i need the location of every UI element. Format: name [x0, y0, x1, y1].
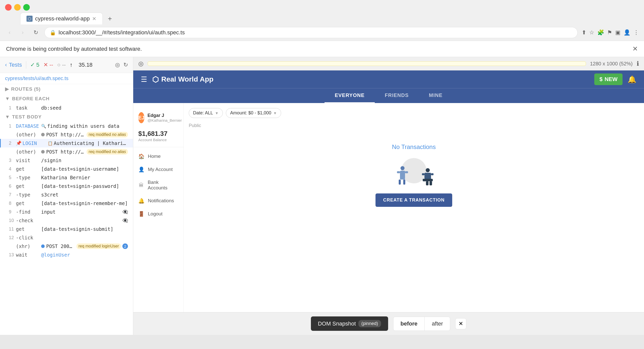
url-preview-bar — [148, 61, 586, 66]
maximize-traffic-light[interactable] — [23, 4, 30, 11]
date-filter-button[interactable]: Date: ALL ▼ — [189, 108, 223, 118]
tests-back-button[interactable]: ‹ Tests — [5, 62, 22, 68]
svg-rect-12 — [431, 173, 434, 175]
before-each-section: ▼ BEFORE EACH 1 task db:seed — [0, 94, 133, 112]
bookmark-icon[interactable]: ☆ — [589, 29, 594, 36]
xhr-count-badge: 2 — [122, 243, 128, 249]
after-button[interactable]: after — [424, 317, 450, 331]
check-icon: ✓ — [30, 62, 35, 68]
profile-icon[interactable]: 👤 — [624, 29, 630, 36]
back-button[interactable]: ‹ — [5, 28, 14, 37]
row-cmd: get — [16, 226, 41, 232]
row-cmd: -find — [16, 209, 41, 215]
test-row[interactable]: 7 -type s3cret — [0, 190, 133, 199]
eye-slash-icon-2: 👁‍🗨 — [122, 218, 128, 223]
test-row[interactable]: 4 get [data-test=signin-username] — [0, 165, 133, 173]
forward-button[interactable]: › — [18, 28, 27, 37]
address-input[interactable]: 🔒 localhost:3000/__/#/tests/integration/… — [44, 27, 578, 38]
bank-icon: 🏛 — [138, 182, 144, 188]
amount-filter-button[interactable]: Amount: $0 - $1,000 ▼ — [226, 108, 281, 118]
new-tab-button[interactable]: + — [104, 14, 116, 24]
menu-icon[interactable]: ⋮ — [633, 29, 639, 36]
info-icon[interactable]: ℹ — [637, 60, 639, 67]
row-num: 8 — [9, 201, 16, 206]
reload-button[interactable]: ↻ — [31, 28, 40, 37]
sidebar-user-details: Edgar J @Katharina_Bernier — [147, 113, 182, 122]
flag-icon[interactable]: ⚑ — [607, 29, 612, 36]
sidebar-notifications-label: Notifications — [148, 198, 174, 204]
snapshot-close-button[interactable]: ✕ — [455, 318, 466, 329]
rwa-sidebar: EJ Edgar J @Katharina_Bernier $1,681.37 … — [133, 103, 184, 312]
avatar: EJ — [138, 112, 144, 123]
row-detail: [data-test=signin-password] — [41, 183, 128, 189]
row-cmd: -check — [16, 218, 41, 223]
extension-icon[interactable]: 🧩 — [597, 29, 604, 36]
row-cmd: -type — [16, 192, 41, 197]
test-row[interactable]: 13 wait @loginUser — [0, 251, 133, 259]
row-detail: @loginUser — [41, 252, 128, 258]
app-wrapper: ‹ Tests ✓ 5 ✕ -- ○ -- ↑ 35.18 ◎ ↻ — [0, 57, 644, 335]
sidebar-item-home[interactable]: 🏠 Home — [133, 150, 183, 163]
minimize-traffic-light[interactable] — [14, 4, 21, 11]
svg-rect-7 — [424, 173, 431, 180]
sidebar-item-logout[interactable]: 🚪 Logout — [133, 207, 183, 220]
upload-icon[interactable]: ⬆ — [582, 29, 586, 36]
test-row[interactable]: 3 visit /signin — [0, 156, 133, 165]
tab-close-button[interactable]: ✕ — [92, 16, 96, 22]
close-traffic-light[interactable] — [5, 4, 12, 11]
dom-snapshot-button[interactable]: DOM Snapshot (pinned) — [311, 316, 388, 331]
test-row[interactable]: 12 -click — [0, 233, 133, 242]
test-row[interactable]: (xhr) POST 200 htt... req modified login… — [0, 242, 133, 251]
balance-label: Account Balance — [138, 138, 178, 142]
caret-right-icon: ▶ — [5, 86, 9, 92]
test-row[interactable]: 5 -type Katharina_Bernier — [0, 173, 133, 182]
sidebar-item-notifications[interactable]: 🔔 Notifications — [133, 194, 183, 207]
svg-rect-9 — [426, 181, 428, 185]
test-row[interactable]: 8 get [data-test=signin-remember-me] — [0, 199, 133, 208]
tab-friends-label: FRIENDS — [385, 92, 409, 98]
settings-icon[interactable]: ◎ — [115, 62, 120, 68]
test-row[interactable]: 1 task db:seed — [0, 104, 133, 112]
routes-section-header: ▶ ROUTES (5) — [0, 84, 133, 94]
active-tab[interactable]: ⬡ cypress-realworld-app ✕ — [20, 13, 103, 24]
test-row[interactable]: 1 DATABASE 🔍 finding within users data — [0, 122, 133, 130]
row-cmd: (other) — [16, 132, 41, 137]
traffic-lights — [5, 4, 30, 11]
tab-mine[interactable]: MINE — [419, 88, 453, 103]
info-bar-close-button[interactable]: ✕ — [632, 45, 638, 53]
before-button[interactable]: before — [393, 317, 424, 331]
tab-friends[interactable]: FRIENDS — [375, 88, 419, 103]
date-filter-label: Date: ALL — [193, 110, 213, 116]
lock-icon: 🔒 — [50, 30, 56, 36]
row-num: 12 — [9, 235, 16, 240]
logo-icon: ⬡ — [152, 75, 159, 84]
pending-stat: ○ -- — [57, 62, 66, 68]
sidebar-item-my-account[interactable]: 👤 My Account — [133, 163, 183, 176]
new-transaction-button[interactable]: $ NEW — [594, 73, 623, 85]
hamburger-menu-icon[interactable]: ☰ — [141, 75, 147, 84]
create-transaction-button[interactable]: CREATE A TRANSACTION — [375, 193, 452, 207]
refresh-icon[interactable]: ↻ — [123, 62, 128, 68]
notification-bell-icon[interactable]: 🔔 — [628, 75, 636, 84]
illustration-person1 — [396, 166, 409, 186]
bell-icon: 🔔 — [138, 198, 144, 204]
sort-icon: ↑ — [70, 62, 73, 68]
test-row[interactable]: 10 -check 👁‍🗨 — [0, 216, 133, 225]
dot-icon — [41, 150, 45, 154]
test-row[interactable]: 6 get [data-test=signin-password] — [0, 182, 133, 190]
test-row[interactable]: 11 get [data-test=signin-submit] — [0, 225, 133, 233]
svg-rect-11 — [422, 173, 424, 175]
test-row[interactable]: (other) POST http://loca... req modified… — [0, 130, 133, 139]
row-detail: /signin — [41, 158, 128, 163]
test-row[interactable]: 9 -find input 👁‍🗨 — [0, 208, 133, 216]
test-row[interactable]: (other) POST http://loca... req modified… — [0, 147, 133, 156]
amount-filter-caret: ▼ — [273, 111, 277, 115]
sidebar-item-bank-accounts[interactable]: 🏛 Bank Accounts — [133, 176, 183, 194]
pass-stat: ✓ 5 — [30, 62, 39, 68]
target-icon[interactable]: ◎ — [138, 60, 144, 67]
layout-icon[interactable]: ▣ — [615, 29, 621, 36]
tab-everyone[interactable]: EVERYONE — [325, 88, 374, 103]
test-row-login[interactable]: 2 📌 LOGIN 📋 Authenticating | Katharina_B… — [0, 139, 133, 147]
caret-down-icon-2: ▼ — [5, 114, 10, 120]
row-detail: Authenticating | Katharina_Bern... — [54, 140, 128, 146]
